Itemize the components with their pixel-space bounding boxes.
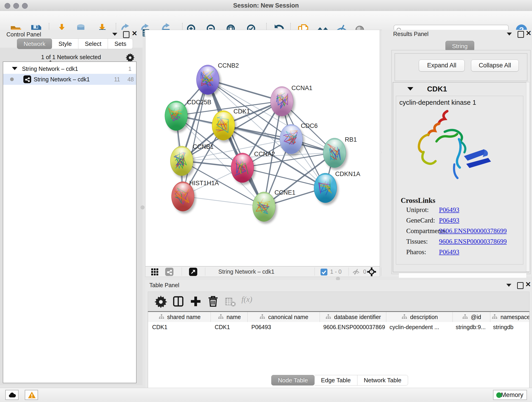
node-rb1[interactable]: [323, 138, 346, 168]
hierarchy-icon: [259, 314, 266, 320]
node-cdc25b[interactable]: [165, 101, 188, 131]
node-cdkn1a[interactable]: [314, 173, 337, 203]
crosslink-row: GeneCard: P06493: [406, 217, 521, 227]
results-vscrollbar[interactable]: [526, 82, 530, 272]
node-label-cdc6: CDC6: [301, 122, 318, 129]
column-header-name[interactable]: name: [211, 312, 248, 322]
string-results-box: Expand All Collapse All CDK1 cyclin-depe…: [391, 50, 531, 274]
expand-all-button[interactable]: Expand All: [419, 60, 465, 71]
hierarchy-icon: [325, 314, 332, 320]
table-panel-title: Table Panel: [149, 282, 179, 288]
node-gloss: [256, 193, 272, 205]
column-header-namespace[interactable]: namespace: [490, 312, 529, 322]
string-view-icon[interactable]: [165, 268, 173, 276]
column-header-id[interactable]: @id: [453, 312, 490, 322]
tab-style[interactable]: Style: [52, 38, 78, 49]
cloud-button[interactable]: [5, 390, 19, 400]
crosslink-link[interactable]: P06493: [439, 248, 459, 256]
collapse-all-button[interactable]: Collapse All: [471, 60, 519, 71]
show-columns-icon[interactable]: [172, 295, 185, 308]
section-expander-icon[interactable]: [407, 87, 413, 90]
crosslink-link[interactable]: P06493: [439, 217, 459, 224]
crosslink-link[interactable]: 9606.ENSP00000378699: [439, 238, 507, 245]
memory-button[interactable]: Memory: [493, 390, 527, 400]
title-bar: Session: New Session: [0, 0, 532, 11]
hierarchy-icon: [462, 314, 469, 320]
node-gloss: [283, 126, 299, 137]
network-collection-row[interactable]: String Network – cdk1 1: [3, 64, 136, 74]
node-ccnb2[interactable]: [196, 65, 219, 95]
network-row[interactable]: String Network – cdk1 11 48: [3, 74, 136, 85]
panel-menu-icon[interactable]: [505, 282, 513, 290]
column-header-sharedname[interactable]: shared name: [148, 312, 211, 322]
fit-content-icon[interactable]: [367, 267, 376, 277]
delete-column-icon[interactable]: [207, 295, 220, 308]
edge[interactable]: [183, 196, 264, 206]
node-cdc6[interactable]: [280, 124, 303, 154]
node-label-ccnb1: CCNB1: [193, 143, 214, 150]
warning-button[interactable]: [25, 390, 38, 400]
column-label: name: [227, 314, 241, 320]
selected-counts: 1 - 0: [330, 268, 342, 275]
column-label: shared name: [167, 314, 201, 320]
results-panel-title: Results Panel: [393, 31, 428, 37]
open-in-new-icon[interactable]: [189, 268, 197, 276]
selected-checkbox-icon[interactable]: [321, 269, 327, 275]
delete-table-icon: [224, 295, 236, 308]
node-label-ccnb2: CCNB2: [218, 62, 239, 69]
cell-sharedname: CDK1: [148, 322, 210, 332]
tab-sets[interactable]: Sets: [108, 38, 133, 49]
float-panel-icon[interactable]: [122, 31, 130, 38]
node-label-ccna1: CCNA1: [291, 85, 312, 92]
crosslink-row: Uniprot: P06493: [406, 206, 521, 217]
gear-icon[interactable]: [126, 53, 135, 62]
tab-network-table[interactable]: Network Table: [357, 375, 408, 385]
node-ccna2[interactable]: [231, 153, 254, 183]
crosslink-link[interactable]: 9606.ENSP00000378699: [439, 227, 507, 235]
crosslink-link[interactable]: P06493: [439, 206, 459, 214]
node-ccne1[interactable]: [253, 192, 275, 222]
cell-name: CDK1: [210, 322, 247, 332]
results-hscrollbar[interactable]: [399, 273, 526, 278]
table-row[interactable]: CDK1CDK1P064939606.ENSP00000378699cyclin…: [148, 322, 529, 332]
panel-splitter-handle[interactable]: [140, 205, 145, 210]
gene-section: CDK1 cyclin-dependent kinase 1 CrossLink…: [393, 82, 529, 272]
float-panel-icon[interactable]: [516, 281, 524, 289]
table-settings-gear-icon[interactable]: [154, 295, 167, 308]
node-ccna1[interactable]: [270, 86, 293, 116]
tree-expander-icon[interactable]: [12, 67, 17, 70]
close-panel-icon[interactable]: ✕: [131, 31, 138, 38]
gene-section-header[interactable]: CDK1: [393, 83, 529, 95]
gene-description: cyclin-dependent kinase 1: [399, 99, 476, 106]
tab-node-table[interactable]: Node Table: [271, 375, 315, 385]
float-panel-icon[interactable]: [517, 30, 525, 38]
panel-menu-icon[interactable]: [111, 32, 119, 39]
column-header-description[interactable]: description: [386, 312, 453, 322]
close-panel-icon[interactable]: ✕: [525, 30, 532, 38]
gene-details-box: cyclin-dependent kinase 1 CrossLinks Uni…: [396, 96, 523, 264]
birdseye-grid-icon[interactable]: [151, 268, 159, 276]
hierarchy-icon: [491, 314, 498, 320]
table-toolbar: f(x): [148, 292, 530, 311]
column-header-canonicalname[interactable]: canonical name: [248, 312, 320, 322]
column-header-databaseidentifier[interactable]: database identifier: [320, 312, 386, 322]
tab-select[interactable]: Select: [78, 38, 108, 49]
crosslink-row: Compartments: 9606.ENSP00000378699: [406, 227, 521, 238]
crosslink-label: Pharos:: [406, 248, 426, 256]
add-column-icon[interactable]: [189, 295, 202, 308]
window-title: Session: New Session: [0, 2, 532, 9]
string-network-icon: [23, 75, 31, 83]
node-cdk1[interactable]: [212, 110, 235, 140]
node-gloss: [326, 140, 343, 151]
close-panel-icon[interactable]: ✕: [524, 281, 532, 289]
panel-menu-icon[interactable]: [505, 31, 513, 39]
node-ccnb1[interactable]: [170, 146, 193, 176]
collection-label: String Network – cdk1: [22, 65, 78, 72]
network-canvas[interactable]: CCNB2 CCNA1 CDC25B CDK1 CDC6 RB1 CCNB1 C…: [145, 30, 380, 266]
node-label-rb1: RB1: [345, 136, 357, 143]
network-status-dot-icon: [10, 77, 14, 81]
edge[interactable]: [208, 80, 264, 206]
table-panel: Table Panel ✕ f(x) shared name name cano…: [145, 280, 532, 388]
tab-network[interactable]: Network: [17, 38, 52, 49]
tab-edge-table[interactable]: Edge Table: [315, 375, 357, 385]
